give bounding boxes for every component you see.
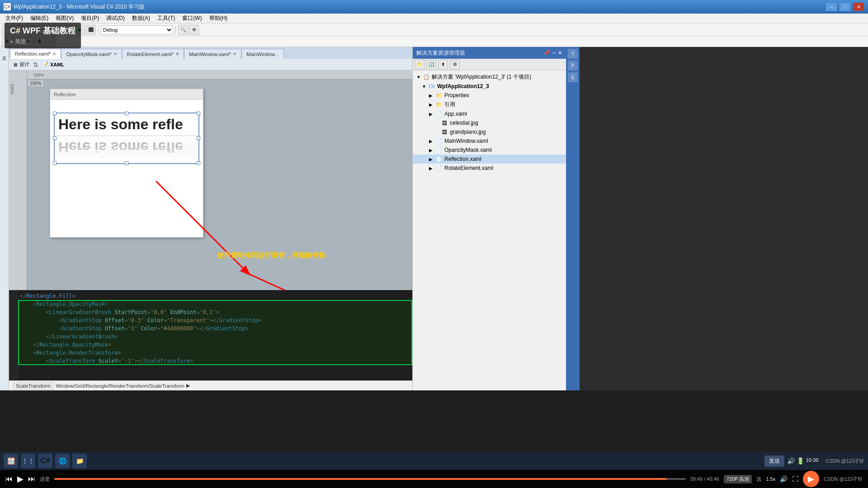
right-panel-btn-2[interactable]: P [568, 61, 578, 70]
close-button[interactable]: ✕ [853, 2, 864, 11]
play-button[interactable]: ▶ [17, 474, 24, 484]
se-item-rotate[interactable]: ▶ 📄 RotateElement.xaml [413, 164, 566, 173]
window-controls[interactable]: ─ □ ✕ [826, 2, 864, 11]
tab-reflection[interactable]: Reflection.xaml* ✕ [10, 49, 61, 59]
configuration-dropdown[interactable]: Debug Release [101, 25, 173, 34]
svg-line-1 [249, 274, 298, 290]
quality-selector[interactable]: 720P 高清 [724, 475, 752, 483]
speed-select-label: 选 [756, 476, 761, 483]
play-circle-button[interactable]: ▶ [803, 471, 819, 487]
se-expand-solution[interactable]: ▼ [416, 75, 422, 80]
handle-tr[interactable] [197, 112, 200, 115]
volume-button[interactable]: 🔊 [780, 475, 788, 483]
fullscreen-button[interactable]: ⛶ [792, 475, 798, 483]
tab-mainwindow-close[interactable]: ✕ [233, 52, 236, 56]
toolbar-stop[interactable]: ⬛ [86, 25, 96, 35]
taskbar-ie[interactable]: 🌐 [55, 454, 70, 468]
se-expand-reflection[interactable]: ▶ [429, 157, 434, 162]
taskbar-app2[interactable]: 📁 [72, 454, 87, 468]
se-item-appxaml[interactable]: ▶ 📄 App.xaml [413, 109, 566, 118]
follow-btn[interactable]: + 关注 [10, 38, 75, 46]
speed-selector[interactable]: 1.5x [766, 476, 775, 482]
time-current: 39:49 [690, 476, 703, 482]
se-item-mainwindow[interactable]: ▶ 📄 MainWindow.xaml [413, 136, 566, 145]
xaml-view-toggle[interactable]: 📝 XAML [42, 61, 64, 67]
se-expand-opancity[interactable]: ▶ [429, 148, 434, 153]
right-panel-btn-3[interactable]: E [568, 72, 578, 82]
video-controls: ⏮ ▶ ⏭ 进度 39:49 / 40:46 720P 高清 选 1.5x 🔊 … [0, 470, 868, 488]
progress-bar[interactable] [54, 478, 686, 480]
handle-br[interactable] [197, 161, 200, 165]
menu-help[interactable]: 帮助(H) [206, 14, 231, 23]
toolbar-btn-5[interactable]: 🔍 [178, 25, 188, 35]
taskbar-vs[interactable]: C# [38, 454, 52, 468]
annotation-label: 使用透明掩码进行渐变，并颠倒变换 [217, 251, 326, 260]
se-rotate-label: RotateElement.xaml [444, 165, 493, 171]
menu-debug[interactable]: 调试(D) [103, 14, 128, 23]
se-expand-appxaml[interactable]: ▶ [429, 112, 434, 117]
taskbar-apps[interactable]: ⋮⋮ [21, 454, 35, 468]
view-toggle-arrows[interactable]: ⇅ [33, 61, 38, 68]
se-close[interactable]: ✕ [558, 50, 562, 56]
se-item-reflection[interactable]: ▶ 📄 Reflection.xaml [413, 155, 566, 164]
preview-title: Reflection [54, 92, 76, 97]
menu-window[interactable]: 窗口(W) [179, 14, 205, 23]
menu-data[interactable]: 数据(A) [128, 14, 154, 23]
se-item-properties[interactable]: ▶ 📁 Properties [413, 91, 566, 100]
solution-icon: 📋 [423, 74, 430, 81]
main-toolbar: 📄 📂 💾 ✂ ↩ ↪ ▶ ⬛ Debug Release 🔍 ⚙ [0, 23, 868, 36]
se-item-references[interactable]: ▶ 📁 引用 [413, 100, 566, 109]
maximize-button[interactable]: □ [839, 2, 851, 11]
prev-button[interactable]: ⏮ [5, 475, 13, 483]
se-item-celestial[interactable]: ▶ 🖼 celestial.jpg [413, 118, 566, 127]
se-settings[interactable]: ⚙ [450, 60, 460, 70]
tab-mainwindow[interactable]: MainWindow.xaml* ✕ [184, 49, 241, 59]
window-preview: Reflection Here is some refle Here is so… [50, 89, 203, 238]
tab-opancity-close[interactable]: ✕ [113, 52, 117, 56]
handle-mr[interactable] [197, 136, 200, 140]
handle-bl[interactable] [53, 161, 57, 165]
app-icon: C# [4, 3, 11, 10]
se-collapse[interactable]: ⬆ [438, 60, 448, 70]
se-project[interactable]: ▼ C# WpfApplication12_3 [413, 82, 566, 91]
toolbar-btn-6[interactable]: ⚙ [189, 25, 199, 35]
menu-edit[interactable]: 编辑(E) [27, 14, 52, 23]
ruler-horizontal: 100% [27, 70, 412, 80]
menu-view[interactable]: 视图(V) [52, 14, 77, 23]
plus-icon: + [10, 39, 13, 45]
tab-rotate-close[interactable]: ✕ [175, 52, 179, 56]
handle-bm[interactable] [125, 161, 128, 165]
next-button[interactable]: ⏭ [28, 475, 35, 483]
mirror-text-container: Here is some refle [55, 136, 198, 163]
handle-tl[interactable] [53, 112, 57, 115]
se-refresh[interactable]: 🔄 [426, 60, 436, 70]
tab-mainwindow2[interactable]: MainWindow... [241, 49, 284, 59]
se-item-opancity[interactable]: ▶ 📄 OpancityMask.xaml [413, 145, 566, 155]
menu-tools[interactable]: 工具(T) [154, 14, 179, 23]
se-expand-project[interactable]: ▼ [422, 84, 427, 89]
se-expand-mainwindow[interactable]: ▶ [429, 139, 434, 144]
taskbar-send-btn[interactable]: 发送 [764, 455, 784, 467]
minimize-button[interactable]: ─ [826, 2, 837, 11]
menu-project[interactable]: 项目(P) [77, 14, 103, 23]
time-display: 39:49 / 40:46 [690, 476, 719, 482]
preview-content: Here is some refle Here is some refle [50, 100, 203, 109]
se-show-all[interactable]: 📁 [415, 60, 425, 70]
se-pin[interactable]: 📌 [543, 50, 550, 56]
se-expand-rotate[interactable]: ▶ [429, 166, 434, 171]
tab-opancity[interactable]: OpancityMask.xaml* ✕ [61, 49, 122, 59]
right-panel-btn-1[interactable]: T [568, 49, 578, 59]
se-expand-properties[interactable]: ▶ [429, 93, 434, 98]
se-minimize[interactable]: ─ [552, 50, 556, 56]
menu-file[interactable]: 文件(F) [2, 14, 27, 23]
tab-rotate[interactable]: RotateElement.xaml* ✕ [122, 49, 184, 59]
design-view-toggle[interactable]: 🖥 设计 [13, 61, 29, 68]
se-solution-root[interactable]: ▼ 📋 解决方案 'WpfApplication12_3' (1 个项目) [413, 72, 566, 82]
se-expand-references[interactable]: ▶ [429, 102, 434, 107]
handle-tm[interactable] [125, 112, 128, 115]
tab-reflection-close[interactable]: ✕ [52, 52, 56, 56]
handle-ml[interactable] [53, 136, 57, 140]
taskbar-start[interactable]: 🪟 [4, 454, 18, 468]
se-item-grandpiano[interactable]: ▶ 🖼 grandpiano.jpg [413, 127, 566, 136]
rotate-icon: 📄 [435, 164, 443, 172]
